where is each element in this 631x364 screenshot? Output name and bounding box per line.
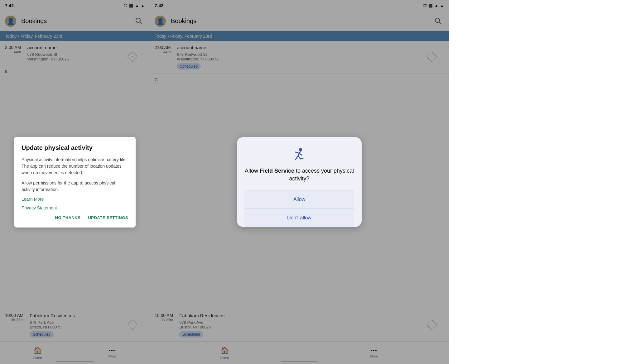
right-screen: 7:42 🛡 ⬛ ▲ ▲ 👤 Bookings Today • Friday, … (150, 0, 449, 364)
allow-button[interactable]: Allow (244, 190, 354, 208)
learn-more-link[interactable]: Learn More (22, 197, 128, 202)
dialog-actions: NO THANKS UPDATE SETTINGS (22, 215, 128, 220)
svg-point-4 (299, 148, 302, 151)
overlay-right: Allow Field Service to access your physi… (150, 0, 449, 364)
permission-dialog-title: Allow Field Service to access your physi… (244, 167, 354, 183)
update-activity-dialog: Update physical activity Physical activi… (14, 137, 136, 228)
running-icon-container (244, 147, 354, 163)
svg-line-10 (301, 158, 303, 159)
dialog-title-update: Update physical activity (22, 144, 128, 151)
update-settings-button[interactable]: UPDATE SETTINGS (88, 215, 128, 220)
dialog-body-1: Physical activity information helps opti… (22, 156, 128, 176)
svg-line-8 (296, 156, 298, 160)
overlay-left: Update physical activity Physical activi… (0, 0, 150, 364)
svg-line-6 (296, 152, 299, 153)
dialog-body-2: Allow permissions for the app to access … (22, 180, 128, 193)
no-thanks-button[interactable]: NO THANKS (55, 215, 81, 220)
svg-line-7 (299, 153, 302, 155)
right-spacer (449, 0, 631, 364)
running-person-icon (291, 147, 307, 163)
left-screen: 7:42 🛡 ⬛ ▲ ▲ 👤 Bookings Today • Friday, … (0, 0, 150, 364)
svg-line-9 (298, 156, 301, 159)
permission-dialog: Allow Field Service to access your physi… (237, 137, 362, 227)
dont-allow-button[interactable]: Don't allow (244, 208, 354, 227)
privacy-statement-link[interactable]: Privacy Statement (22, 205, 128, 210)
